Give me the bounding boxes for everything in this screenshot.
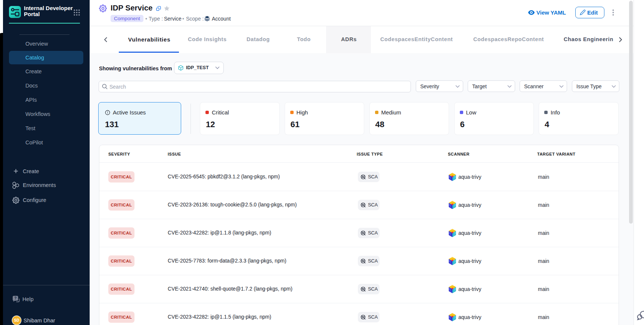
svg-text:?: ?: [14, 296, 16, 300]
